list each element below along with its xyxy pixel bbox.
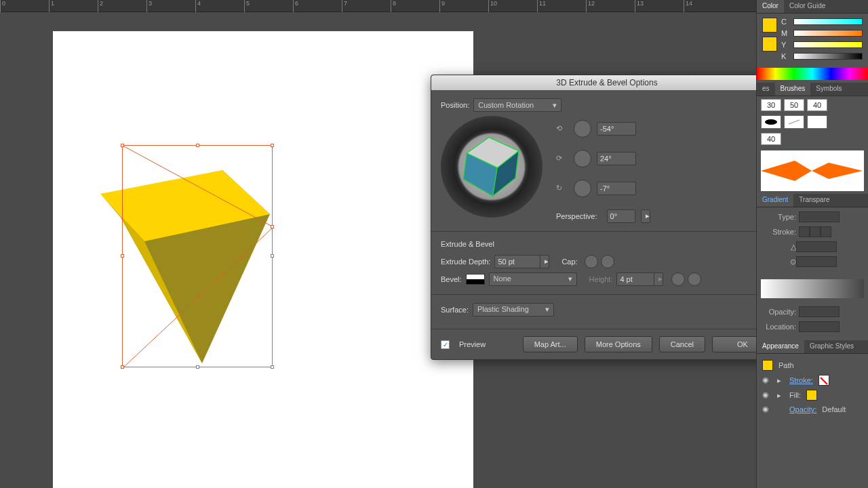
bevel-label: Bevel: [441, 275, 462, 283]
brushes-panel [757, 96, 868, 191]
cancel-button[interactable]: Cancel [659, 336, 705, 352]
fill-swatch[interactable] [762, 18, 777, 33]
rotate-x-knob[interactable] [574, 120, 591, 138]
visibility-icon[interactable]: ◉ [762, 390, 772, 400]
map-art-button[interactable]: Map Art... [523, 336, 578, 352]
tab-color[interactable]: Color [757, 0, 784, 13]
height-stepper: ▸ [654, 272, 663, 286]
tab-gradient[interactable]: Gradient [757, 194, 793, 207]
aspect-icon: ⊙ [762, 258, 796, 266]
stroke-swatch[interactable] [762, 37, 777, 52]
gradient-aspect-input[interactable] [796, 256, 837, 267]
rotate-y-knob[interactable] [574, 150, 591, 167]
preview-checkbox[interactable]: ✓ [441, 340, 450, 349]
chevron-down-icon: ▾ [568, 274, 572, 284]
svg-line-4 [123, 227, 273, 368]
perspective-input[interactable] [607, 209, 635, 223]
appearance-panel: Path ◉▸Stroke: ◉▸Fill: ◉Opacity:Default [757, 354, 868, 420]
extrude-depth-label: Extrude Depth: [441, 258, 490, 266]
perspective-label: Perspective: [556, 212, 597, 220]
horizontal-ruler: 01234567891011121314 [0, 0, 756, 12]
dialog-title[interactable]: 3D Extrude & Bevel Options [431, 75, 783, 90]
tab-brushes[interactable]: Brushes [775, 83, 811, 96]
rotate-x-control: ⟲ [556, 120, 650, 138]
brush-size-1[interactable] [761, 99, 781, 111]
brush-size-4[interactable] [761, 133, 781, 145]
disclosure-icon[interactable]: ▸ [777, 391, 784, 400]
gradient-opacity-input[interactable] [799, 306, 840, 317]
stroke-gradient-3[interactable] [821, 226, 831, 237]
appearance-fill-row[interactable]: ◉▸Fill: [761, 388, 864, 403]
chevron-down-icon: ▾ [553, 101, 557, 110]
angle-icon: △ [762, 243, 796, 251]
position-label: Position: [441, 101, 469, 109]
appearance-object-type: Path [778, 361, 794, 369]
tab-color-guide[interactable]: Color Guide [784, 0, 831, 13]
selection-box[interactable] [122, 145, 273, 367]
tab-symbols[interactable]: Symbols [810, 83, 847, 96]
chevron-down-icon: ▾ [545, 305, 549, 314]
gradient-location-input[interactable] [799, 321, 840, 332]
cap-label: Cap: [561, 258, 577, 266]
rotate-x-input[interactable] [597, 122, 636, 136]
position-dropdown[interactable]: Custom Rotation▾ [473, 98, 561, 112]
preview-label[interactable]: Preview [459, 340, 486, 348]
visibility-icon[interactable]: ◉ [762, 405, 772, 414]
brush-size-2[interactable] [784, 99, 804, 111]
rotate-z-icon: ↻ [556, 184, 568, 193]
brush-item[interactable] [784, 115, 804, 129]
appearance-opacity-row[interactable]: ◉Opacity:Default [761, 403, 864, 416]
bevel-height-input [616, 272, 654, 286]
depth-stepper[interactable]: ▸ [540, 255, 549, 268]
gradient-strip[interactable] [761, 279, 864, 298]
color-spectrum[interactable] [757, 68, 868, 80]
svg-point-8 [765, 119, 777, 125]
rotate-z-input[interactable] [597, 182, 636, 195]
bevel-height-label: Height: [589, 275, 613, 283]
brush-item[interactable] [807, 115, 827, 129]
tab-transparency[interactable]: Transpare [793, 194, 835, 207]
k-slider[interactable] [793, 53, 863, 60]
rotate-y-control: ⟳ [556, 150, 650, 167]
m-slider[interactable] [793, 30, 863, 37]
3d-extrude-bevel-dialog: 3D Extrude & Bevel Options Position: Cus… [431, 75, 783, 360]
rotate-z-knob[interactable] [574, 180, 591, 197]
stroke-gradient-2[interactable] [810, 226, 821, 237]
brush-size-3[interactable] [807, 99, 827, 111]
bevel-swatch [466, 274, 485, 285]
more-options-button[interactable]: More Options [585, 336, 652, 352]
gradient-type-dropdown[interactable] [799, 211, 840, 222]
rotation-trackball[interactable] [441, 116, 542, 218]
cap-on-button[interactable] [585, 255, 598, 268]
svg-line-9 [789, 120, 800, 124]
c-slider[interactable] [793, 18, 863, 25]
gradient-angle-input[interactable] [796, 241, 837, 252]
rotate-x-icon: ⟲ [556, 124, 568, 134]
bevel-extent-in-button [671, 272, 685, 286]
y-slider[interactable] [793, 41, 863, 48]
tab-graphic-styles[interactable]: Graphic Styles [804, 340, 859, 353]
fill-color-swatch[interactable] [806, 390, 817, 401]
right-panels: ColorColor Guide C M Y K esBrushesSymbol… [756, 0, 868, 488]
visibility-icon[interactable]: ◉ [762, 375, 772, 385]
rotate-y-input[interactable] [597, 152, 636, 165]
color-panel: C M Y K [757, 14, 868, 68]
surface-label: Surface: [441, 306, 469, 314]
rotate-z-control: ↻ [556, 180, 650, 197]
rotate-y-icon: ⟳ [556, 154, 568, 163]
tab-appearance[interactable]: Appearance [757, 340, 804, 353]
bevel-dropdown[interactable]: None▾ [489, 272, 577, 286]
appearance-thumb [762, 360, 773, 371]
cap-off-button[interactable] [601, 255, 614, 268]
svg-marker-10 [761, 161, 863, 181]
artboard[interactable] [53, 31, 473, 488]
gradient-panel: Type: Stroke: △ ⊙ [757, 207, 868, 275]
appearance-stroke-row[interactable]: ◉▸Stroke: [761, 373, 864, 388]
brush-preview[interactable] [761, 150, 864, 191]
extrude-depth-input[interactable] [494, 255, 540, 268]
surface-dropdown[interactable]: Plastic Shading▾ [473, 303, 554, 317]
disclosure-icon[interactable]: ▸ [777, 376, 784, 385]
brush-item[interactable] [761, 115, 781, 129]
stroke-gradient-1[interactable] [799, 226, 810, 237]
perspective-stepper[interactable]: ▸ [641, 209, 650, 223]
